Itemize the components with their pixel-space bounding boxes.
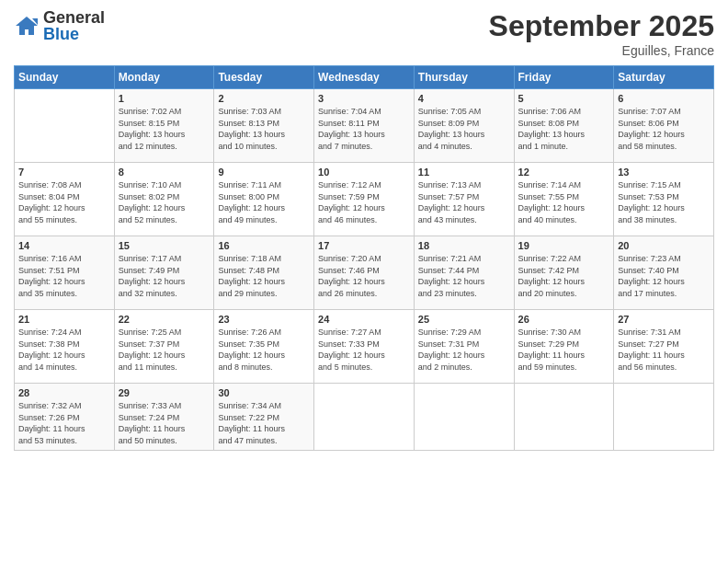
table-row [15,89,115,163]
table-row: 8Sunrise: 7:10 AMSunset: 8:02 PMDaylight… [114,163,214,236]
location: Eguilles, France [489,43,714,58]
table-row: 22Sunrise: 7:25 AMSunset: 7:37 PMDayligh… [114,310,214,384]
day-number: 14 [18,240,110,251]
day-info: Sunrise: 7:32 AMSunset: 7:26 PMDaylight:… [18,400,110,446]
table-row: 19Sunrise: 7:22 AMSunset: 7:42 PMDayligh… [514,236,614,310]
header: General Blue September 2025 Eguilles, Fr… [14,9,714,58]
day-number: 26 [518,314,610,325]
col-saturday: Saturday [614,66,714,89]
day-info: Sunrise: 7:21 AMSunset: 7:44 PMDaylight:… [418,253,510,299]
table-row: 7Sunrise: 7:08 AMSunset: 8:04 PMDaylight… [15,163,115,236]
day-info: Sunrise: 7:02 AMSunset: 8:15 PMDaylight:… [119,106,210,152]
day-number: 10 [318,167,410,178]
day-number: 25 [418,314,510,325]
table-row [614,384,714,451]
day-info: Sunrise: 7:27 AMSunset: 7:33 PMDaylight:… [318,327,410,373]
day-number: 19 [518,240,610,251]
day-info: Sunrise: 7:08 AMSunset: 8:04 PMDaylight:… [18,179,110,225]
table-row: 24Sunrise: 7:27 AMSunset: 7:33 PMDayligh… [314,310,415,384]
day-number: 22 [119,314,210,325]
logo-icon [14,13,40,39]
logo-general: General [43,9,105,26]
table-row: 12Sunrise: 7:14 AMSunset: 7:55 PMDayligh… [514,163,614,236]
day-info: Sunrise: 7:26 AMSunset: 7:35 PMDaylight:… [218,327,310,373]
calendar-table: Sunday Monday Tuesday Wednesday Thursday… [14,65,714,451]
day-info: Sunrise: 7:18 AMSunset: 7:48 PMDaylight:… [218,253,310,299]
day-info: Sunrise: 7:22 AMSunset: 7:42 PMDaylight:… [518,253,610,299]
day-info: Sunrise: 7:10 AMSunset: 8:02 PMDaylight:… [119,179,210,225]
day-info: Sunrise: 7:24 AMSunset: 7:38 PMDaylight:… [18,327,110,373]
day-info: Sunrise: 7:15 AMSunset: 7:53 PMDaylight:… [618,179,710,225]
day-info: Sunrise: 7:14 AMSunset: 7:55 PMDaylight:… [518,179,610,225]
day-number: 7 [18,167,110,178]
title-block: September 2025 Eguilles, France [489,9,714,58]
logo-blue: Blue [43,26,105,42]
day-info: Sunrise: 7:17 AMSunset: 7:49 PMDaylight:… [119,253,210,299]
col-friday: Friday [514,66,614,89]
table-row: 2Sunrise: 7:03 AMSunset: 8:13 PMDaylight… [214,89,314,163]
day-info: Sunrise: 7:20 AMSunset: 7:46 PMDaylight:… [318,253,410,299]
day-info: Sunrise: 7:04 AMSunset: 8:11 PMDaylight:… [318,106,410,152]
table-row: 4Sunrise: 7:05 AMSunset: 8:09 PMDaylight… [414,89,514,163]
table-row: 20Sunrise: 7:23 AMSunset: 7:40 PMDayligh… [614,236,714,310]
day-number: 5 [518,93,610,104]
day-info: Sunrise: 7:07 AMSunset: 8:06 PMDaylight:… [618,106,710,152]
table-row [414,384,514,451]
day-info: Sunrise: 7:05 AMSunset: 8:09 PMDaylight:… [418,106,510,152]
col-monday: Monday [114,66,214,89]
day-number: 8 [119,167,210,178]
day-info: Sunrise: 7:16 AMSunset: 7:51 PMDaylight:… [18,253,110,299]
table-row [514,384,614,451]
col-thursday: Thursday [414,66,514,89]
day-number: 16 [218,240,310,251]
table-row: 15Sunrise: 7:17 AMSunset: 7:49 PMDayligh… [114,236,214,310]
table-row: 11Sunrise: 7:13 AMSunset: 7:57 PMDayligh… [414,163,514,236]
table-row: 1Sunrise: 7:02 AMSunset: 8:15 PMDaylight… [114,89,214,163]
day-number: 27 [618,314,710,325]
day-number: 29 [119,387,210,398]
day-number: 13 [618,167,710,178]
table-row: 27Sunrise: 7:31 AMSunset: 7:27 PMDayligh… [614,310,714,384]
day-info: Sunrise: 7:33 AMSunset: 7:24 PMDaylight:… [119,400,210,446]
table-row: 5Sunrise: 7:06 AMSunset: 8:08 PMDaylight… [514,89,614,163]
table-row: 18Sunrise: 7:21 AMSunset: 7:44 PMDayligh… [414,236,514,310]
day-number: 4 [418,93,510,104]
table-row: 13Sunrise: 7:15 AMSunset: 7:53 PMDayligh… [614,163,714,236]
logo-text: General Blue [43,9,105,42]
day-info: Sunrise: 7:34 AMSunset: 7:22 PMDaylight:… [218,400,310,446]
day-number: 23 [218,314,310,325]
day-number: 20 [618,240,710,251]
table-row: 28Sunrise: 7:32 AMSunset: 7:26 PMDayligh… [15,384,115,451]
table-row: 23Sunrise: 7:26 AMSunset: 7:35 PMDayligh… [214,310,314,384]
day-info: Sunrise: 7:30 AMSunset: 7:29 PMDaylight:… [518,327,610,373]
table-row: 21Sunrise: 7:24 AMSunset: 7:38 PMDayligh… [15,310,115,384]
table-row: 26Sunrise: 7:30 AMSunset: 7:29 PMDayligh… [514,310,614,384]
logo: General Blue [14,9,105,42]
table-row: 9Sunrise: 7:11 AMSunset: 8:00 PMDaylight… [214,163,314,236]
day-info: Sunrise: 7:06 AMSunset: 8:08 PMDaylight:… [518,106,610,152]
day-number: 11 [418,167,510,178]
table-row: 25Sunrise: 7:29 AMSunset: 7:31 PMDayligh… [414,310,514,384]
col-sunday: Sunday [15,66,115,89]
table-row [314,384,415,451]
day-info: Sunrise: 7:29 AMSunset: 7:31 PMDaylight:… [418,327,510,373]
day-number: 12 [518,167,610,178]
table-row: 29Sunrise: 7:33 AMSunset: 7:24 PMDayligh… [114,384,214,451]
month-title: September 2025 [489,9,714,43]
day-number: 3 [318,93,410,104]
day-info: Sunrise: 7:12 AMSunset: 7:59 PMDaylight:… [318,179,410,225]
day-number: 1 [119,93,210,104]
day-number: 6 [618,93,710,104]
day-info: Sunrise: 7:03 AMSunset: 8:13 PMDaylight:… [218,106,310,152]
table-row: 16Sunrise: 7:18 AMSunset: 7:48 PMDayligh… [214,236,314,310]
table-row: 3Sunrise: 7:04 AMSunset: 8:11 PMDaylight… [314,89,415,163]
col-tuesday: Tuesday [214,66,314,89]
day-number: 21 [18,314,110,325]
header-row: Sunday Monday Tuesday Wednesday Thursday… [15,66,714,89]
day-info: Sunrise: 7:31 AMSunset: 7:27 PMDaylight:… [618,327,710,373]
day-info: Sunrise: 7:11 AMSunset: 8:00 PMDaylight:… [218,179,310,225]
day-number: 30 [218,387,310,398]
table-row: 30Sunrise: 7:34 AMSunset: 7:22 PMDayligh… [214,384,314,451]
day-info: Sunrise: 7:13 AMSunset: 7:57 PMDaylight:… [418,179,510,225]
day-info: Sunrise: 7:23 AMSunset: 7:40 PMDaylight:… [618,253,710,299]
